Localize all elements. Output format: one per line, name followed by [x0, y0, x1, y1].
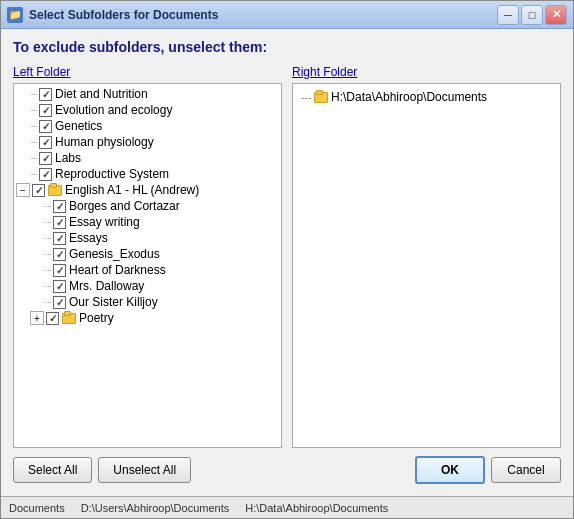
item-label: Essay writing — [69, 215, 140, 229]
right-folder-tree[interactable]: --- H:\Data\Abhiroop\Documents — [292, 83, 561, 448]
list-item[interactable]: Heart of Darkness — [14, 262, 281, 278]
title-bar: 📁 Select Subfolders for Documents ─ □ ✕ — [1, 1, 573, 29]
list-item[interactable]: Diet and Nutrition — [14, 86, 281, 102]
list-item[interactable]: Reproductive System — [14, 166, 281, 182]
list-item[interactable]: Mrs. Dalloway — [14, 278, 281, 294]
main-window: 📁 Select Subfolders for Documents ─ □ ✕ … — [0, 0, 574, 519]
checkbox-human-physiology[interactable] — [39, 136, 52, 149]
folder-toggle-poetry[interactable]: + — [30, 311, 44, 325]
connector-line — [44, 206, 51, 207]
window-title: Select Subfolders for Documents — [29, 8, 491, 22]
item-label: Evolution and ecology — [55, 103, 172, 117]
checkbox-mrs-dalloway[interactable] — [53, 280, 66, 293]
list-item[interactable]: Evolution and ecology — [14, 102, 281, 118]
connector-line — [44, 222, 51, 223]
connector-line — [44, 254, 51, 255]
connector-line — [44, 270, 51, 271]
connector-line — [30, 158, 37, 159]
status-label: Documents — [9, 502, 65, 514]
instruction-text: To exclude subfolders, unselect them: — [13, 39, 561, 55]
connector-line — [30, 126, 37, 127]
window-icon: 📁 — [7, 7, 23, 23]
bottom-buttons: Select All Unselect All OK Cancel — [13, 448, 561, 488]
item-label: Borges and Cortazar — [69, 199, 180, 213]
list-item[interactable]: Genetics — [14, 118, 281, 134]
folder-toggle-english[interactable]: − — [16, 183, 30, 197]
window-controls: ─ □ ✕ — [497, 5, 567, 25]
ok-button[interactable]: OK — [415, 456, 485, 484]
list-item[interactable]: Borges and Cortazar — [14, 198, 281, 214]
checkbox-reproductive[interactable] — [39, 168, 52, 181]
panels-container: Left Folder Diet and Nutrition Evolution… — [13, 65, 561, 448]
checkbox-genetics[interactable] — [39, 120, 52, 133]
right-path-label: H:\Data\Abhiroop\Documents — [331, 90, 487, 104]
list-item[interactable]: Genesis_Exodus — [14, 246, 281, 262]
status-bar: Documents D:\Users\Abhiroop\Documents H:… — [1, 496, 573, 518]
folder-icon — [48, 185, 62, 196]
item-label: Genesis_Exodus — [69, 247, 160, 261]
connector-line — [44, 238, 51, 239]
list-item[interactable]: Essays — [14, 230, 281, 246]
list-item[interactable]: − English A1 - HL (Andrew) — [14, 182, 281, 198]
content-area: To exclude subfolders, unselect them: Le… — [1, 29, 573, 496]
checkbox-essays[interactable] — [53, 232, 66, 245]
checkbox-evolution[interactable] — [39, 104, 52, 117]
connector-line — [44, 286, 51, 287]
connector-line — [30, 94, 37, 95]
item-label: Mrs. Dalloway — [69, 279, 144, 293]
list-item[interactable]: + Poetry — [14, 310, 281, 326]
item-label: Poetry — [79, 311, 114, 325]
checkbox-borges[interactable] — [53, 200, 66, 213]
checkbox-sister[interactable] — [53, 296, 66, 309]
maximize-button[interactable]: □ — [521, 5, 543, 25]
checkbox-english[interactable] — [32, 184, 45, 197]
item-label: English A1 - HL (Andrew) — [65, 183, 199, 197]
right-panel: Right Folder --- H:\Data\Abhiroop\Docume… — [292, 65, 561, 448]
list-item[interactable]: Essay writing — [14, 214, 281, 230]
item-label: Human physiology — [55, 135, 154, 149]
item-label: Our Sister Killjoy — [69, 295, 158, 309]
status-right-path: H:\Data\Abhiroop\Documents — [245, 502, 388, 514]
item-label: Labs — [55, 151, 81, 165]
folder-icon — [314, 92, 328, 103]
checkbox-heart[interactable] — [53, 264, 66, 277]
left-panel-label: Left Folder — [13, 65, 282, 79]
connector-line — [44, 302, 51, 303]
checkbox-essay-writing[interactable] — [53, 216, 66, 229]
item-label: Genetics — [55, 119, 102, 133]
status-left-path: D:\Users\Abhiroop\Documents — [81, 502, 230, 514]
cancel-button[interactable]: Cancel — [491, 457, 561, 483]
select-all-button[interactable]: Select All — [13, 457, 92, 483]
left-panel: Left Folder Diet and Nutrition Evolution… — [13, 65, 282, 448]
checkbox-labs[interactable] — [39, 152, 52, 165]
minimize-button[interactable]: ─ — [497, 5, 519, 25]
item-label: Reproductive System — [55, 167, 169, 181]
checkbox-diet[interactable] — [39, 88, 52, 101]
list-item[interactable]: Labs — [14, 150, 281, 166]
folder-icon — [62, 313, 76, 324]
checkbox-genesis[interactable] — [53, 248, 66, 261]
item-label: Diet and Nutrition — [55, 87, 148, 101]
left-folder-tree[interactable]: Diet and Nutrition Evolution and ecology… — [13, 83, 282, 448]
right-panel-label: Right Folder — [292, 65, 561, 79]
connector-line — [30, 110, 37, 111]
unselect-all-button[interactable]: Unselect All — [98, 457, 191, 483]
list-item[interactable]: Our Sister Killjoy — [14, 294, 281, 310]
dash-icon: --- — [301, 91, 312, 103]
list-item[interactable]: Human physiology — [14, 134, 281, 150]
item-label: Heart of Darkness — [69, 263, 166, 277]
connector-line — [30, 174, 37, 175]
list-item[interactable]: --- H:\Data\Abhiroop\Documents — [297, 88, 556, 106]
checkbox-poetry[interactable] — [46, 312, 59, 325]
item-label: Essays — [69, 231, 108, 245]
close-button[interactable]: ✕ — [545, 5, 567, 25]
connector-line — [30, 142, 37, 143]
